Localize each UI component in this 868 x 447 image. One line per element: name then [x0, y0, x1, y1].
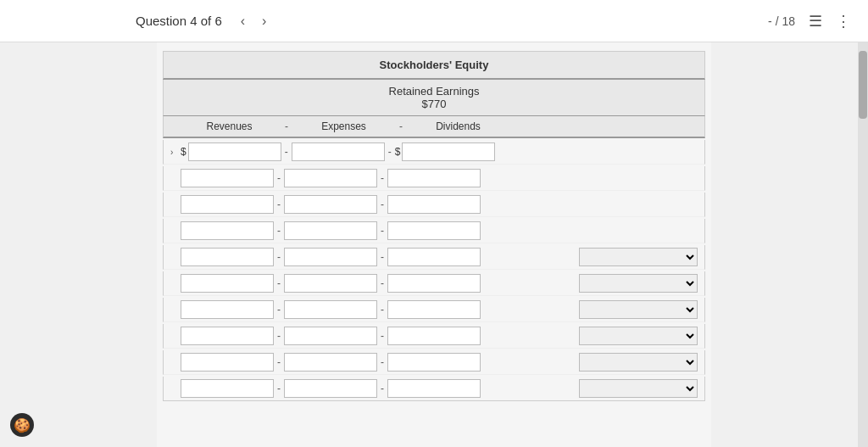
- select-dropdown-9[interactable]: [579, 353, 698, 372]
- dash-18: -: [381, 356, 384, 368]
- dash-8: -: [381, 225, 384, 237]
- revenue-input-6[interactable]: [181, 274, 274, 293]
- next-arrow-button[interactable]: ›: [257, 10, 271, 32]
- dividend-input-7[interactable]: [387, 300, 481, 319]
- left-sidebar: [0, 42, 157, 447]
- expense-input-5[interactable]: [284, 248, 377, 266]
- col-sep1: -: [278, 120, 295, 132]
- expense-input-2[interactable]: [284, 169, 377, 187]
- col-headers-row: Revenues - Expenses - Dividends: [163, 116, 705, 138]
- right-sidebar: [711, 42, 868, 447]
- dash-16: -: [381, 330, 384, 342]
- center-panel: Stockholders' Equity Retained Earnings $…: [157, 42, 711, 447]
- dollar-div-1: $: [395, 146, 401, 158]
- cookie-icon-button[interactable]: 🍪: [10, 413, 34, 437]
- dash-12: -: [381, 277, 384, 289]
- revenue-input-4[interactable]: [181, 221, 274, 240]
- expense-input-6[interactable]: [284, 274, 377, 293]
- dash-9: -: [277, 251, 281, 263]
- dollar-rev-1: $: [181, 146, 186, 158]
- dash-11: -: [277, 277, 281, 289]
- expense-input-9[interactable]: [284, 353, 377, 372]
- select-dropdown-10[interactable]: [579, 379, 698, 398]
- dividend-input-9[interactable]: [387, 353, 481, 372]
- top-right-controls: - / 18 ☰ ⋮: [768, 12, 851, 31]
- dash-14: -: [381, 304, 384, 316]
- revenue-input-8[interactable]: [181, 327, 274, 345]
- dividend-input-8[interactable]: [387, 327, 481, 345]
- list-icon-button[interactable]: ☰: [809, 12, 822, 31]
- dash-2: -: [388, 146, 392, 158]
- select-dropdown-8[interactable]: [579, 327, 698, 345]
- table-subtitle: Retained Earnings $770: [163, 80, 705, 116]
- scrollbar-track[interactable]: [858, 42, 868, 447]
- col-sep2: -: [392, 120, 409, 132]
- table-title: Stockholders' Equity: [163, 51, 705, 80]
- more-icon-button[interactable]: ⋮: [836, 12, 851, 31]
- dash-5: -: [277, 198, 281, 210]
- revenue-input-5[interactable]: [181, 248, 274, 266]
- dash-4: -: [381, 172, 384, 184]
- expense-input-3[interactable]: [284, 195, 377, 214]
- scrollbar-thumb[interactable]: [859, 51, 867, 119]
- select-dropdown-7[interactable]: [579, 300, 698, 319]
- dash-13: -: [277, 304, 281, 316]
- col-header-expenses: Expenses: [295, 120, 392, 132]
- expense-input-8[interactable]: [284, 327, 377, 345]
- dividend-input-4[interactable]: [387, 221, 481, 240]
- col-header-revenues: Revenues: [181, 120, 278, 132]
- input-row-6: - -: [163, 271, 705, 296]
- dash-10: -: [381, 251, 384, 263]
- dash-17: -: [277, 356, 281, 368]
- input-row-10: - -: [163, 377, 705, 401]
- dividend-input-1[interactable]: [402, 142, 495, 161]
- dash-3: -: [277, 172, 281, 184]
- row-arrow-1: ›: [170, 148, 181, 157]
- input-row-1: › $ - - $: [163, 140, 705, 165]
- top-bar: Question 4 of 6 ‹ › - / 18 ☰ ⋮: [0, 0, 868, 42]
- dash-7: -: [277, 225, 281, 237]
- dash-6: -: [381, 198, 384, 210]
- expense-input-10[interactable]: [284, 379, 377, 398]
- select-dropdown-6[interactable]: [579, 274, 698, 293]
- score-label: - / 18: [768, 14, 795, 28]
- dividend-input-10[interactable]: [387, 379, 481, 398]
- subtitle-line1: Retained Earnings: [164, 85, 704, 98]
- select-dropdown-5[interactable]: [579, 248, 698, 266]
- revenue-input-1[interactable]: [188, 142, 281, 161]
- main-content: Stockholders' Equity Retained Earnings $…: [0, 42, 868, 447]
- dash-19: -: [277, 383, 281, 394]
- question-label: Question 4 of 6: [136, 14, 222, 28]
- dividend-input-5[interactable]: [387, 248, 481, 266]
- expense-input-4[interactable]: [284, 221, 377, 240]
- input-row-7: - -: [163, 298, 705, 322]
- dividend-input-6[interactable]: [387, 274, 481, 293]
- dividend-input-3[interactable]: [387, 195, 481, 214]
- input-row-4: - -: [163, 219, 705, 243]
- revenue-input-10[interactable]: [181, 379, 274, 398]
- input-row-3: - -: [163, 193, 705, 217]
- input-row-9: - -: [163, 350, 705, 375]
- revenue-input-3[interactable]: [181, 195, 274, 214]
- dash-20: -: [381, 383, 384, 394]
- revenue-input-9[interactable]: [181, 353, 274, 372]
- dash-15: -: [277, 330, 281, 342]
- subtitle-line2: $770: [164, 98, 704, 110]
- cookie-emoji: 🍪: [14, 417, 31, 433]
- expense-input-1[interactable]: [292, 142, 385, 161]
- dash-1: -: [285, 146, 288, 158]
- expense-input-7[interactable]: [284, 300, 377, 319]
- input-row-8: - -: [163, 324, 705, 349]
- dividend-input-2[interactable]: [387, 169, 481, 187]
- input-row-2: - -: [163, 166, 705, 191]
- prev-arrow-button[interactable]: ‹: [236, 10, 250, 32]
- input-row-5: - -: [163, 245, 705, 270]
- col-header-dividends: Dividends: [409, 120, 507, 132]
- equity-table-wrapper: Stockholders' Equity Retained Earnings $…: [163, 51, 705, 401]
- nav-arrows: ‹ ›: [236, 10, 272, 32]
- revenue-input-2[interactable]: [181, 169, 274, 187]
- revenue-input-7[interactable]: [181, 300, 274, 319]
